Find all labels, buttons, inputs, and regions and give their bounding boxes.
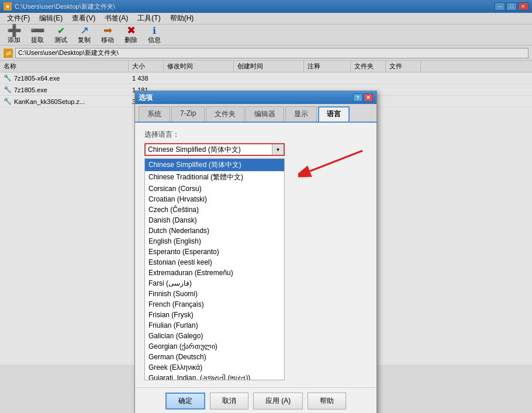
language-list-item[interactable]: Dutch (Nederlands)	[145, 225, 284, 236]
tab-editor[interactable]: 编辑器	[246, 106, 284, 122]
language-list-item[interactable]: Estonian (eesti keel)	[145, 257, 284, 268]
language-list-item[interactable]: Esperanto (Esperanto)	[145, 247, 284, 257]
dropdown-arrow-icon[interactable]: ▼	[272, 144, 284, 155]
cancel-button[interactable]: 取消	[210, 393, 248, 409]
tab-display[interactable]: 显示	[285, 106, 317, 122]
help-button[interactable]: 帮助	[308, 393, 346, 409]
dialog-title-bar: 选项 ? ✕	[135, 91, 376, 104]
language-list-item[interactable]: Friulian (Furlan)	[145, 320, 284, 331]
selected-language-text: Chinese Simplified (简体中文)	[146, 145, 272, 155]
main-window: ■ C:\Users\user\Desktop\新建文件夹\ ─ □ ✕ 文件(…	[0, 0, 532, 413]
language-list-item[interactable]: Danish (Dansk)	[145, 215, 284, 225]
language-list-item[interactable]: Corsican (Corsu)	[145, 183, 284, 194]
tab-7zip[interactable]: 7-Zip	[171, 106, 205, 122]
language-list-item[interactable]: Czech (Čeština)	[145, 204, 284, 215]
language-list-item[interactable]: Greek (Ελληνικά)	[145, 362, 284, 373]
language-list-item[interactable]: Georgian (ქართული)	[145, 341, 284, 352]
dialog-tabs: 系统 7-Zip 文件夹 编辑器 显示 语言	[135, 104, 376, 123]
language-list-item[interactable]: Finnish (Suomi)	[145, 289, 284, 299]
language-list-item[interactable]: Galician (Galego)	[145, 331, 284, 341]
dialog-title: 选项	[139, 93, 353, 103]
language-list-item[interactable]: Extremaduran (Estremeñu)	[145, 268, 284, 278]
apply-button[interactable]: 应用 (A)	[253, 393, 303, 409]
tab-language[interactable]: 语言	[318, 106, 350, 122]
language-list-item[interactable]: French (Français)	[145, 299, 284, 310]
language-dropdown[interactable]: Chinese Simplified (简体中文) ▼	[144, 143, 285, 156]
language-list-container: Chinese Simplified (简体中文)Chinese Traditi…	[144, 158, 285, 380]
language-list-item[interactable]: Frisian (Frysk)	[145, 310, 284, 320]
language-list-item[interactable]: German (Deutsch)	[145, 352, 284, 362]
language-list-item[interactable]: Chinese Traditional (繁體中文)	[145, 171, 284, 183]
language-list-item[interactable]: Croatian (Hrvatski)	[145, 194, 284, 204]
language-list-item[interactable]: English (English)	[145, 236, 284, 247]
tab-folders[interactable]: 文件夹	[206, 106, 244, 122]
svg-line-1	[310, 151, 362, 171]
language-list-item[interactable]: Chinese Simplified (简体中文)	[145, 159, 284, 171]
language-list-item[interactable]: Farsi (فارسی)	[145, 278, 284, 289]
options-dialog: 选项 ? ✕ 系统 7-Zip 文件夹 编辑器 显示 语言 选择语言： Chin…	[134, 91, 377, 413]
language-list[interactable]: Chinese Simplified (简体中文)Chinese Traditi…	[145, 159, 284, 380]
language-list-item[interactable]: Gujarati, Indian, (ગુજરાતી (ભારત))	[145, 373, 284, 380]
dialog-buttons: 确定 取消 应用 (A) 帮助	[135, 387, 376, 413]
dialog-help-button[interactable]: ?	[353, 93, 362, 102]
tab-system[interactable]: 系统	[139, 106, 170, 122]
ok-button[interactable]: 确定	[165, 393, 205, 409]
select-language-label: 选择语言：	[144, 130, 367, 140]
dialog-title-controls: ? ✕	[353, 93, 373, 102]
red-arrow-annotation	[298, 145, 368, 182]
dialog-close-button[interactable]: ✕	[364, 93, 373, 102]
